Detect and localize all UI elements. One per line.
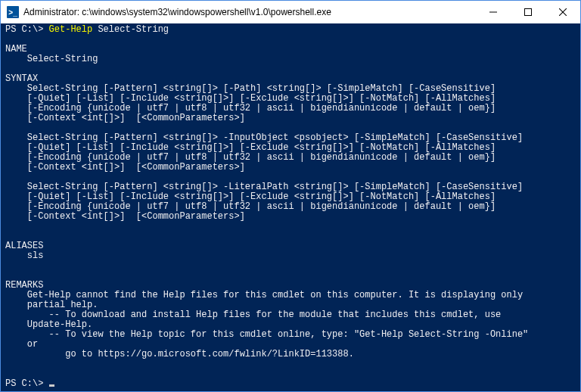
name-value: Select-String [5,54,98,64]
remarks-line: Get-Help cannot find the Help files for … [5,290,523,300]
syntax-line: [-Quiet] [-List] [-Include <string[]>] [… [5,93,496,104]
command-arg: Select-String [92,24,169,35]
command-name: Get-Help [49,24,93,35]
syntax-line: Select-String [-Pattern] <string[]> -Lit… [5,182,523,192]
remarks-line: Update-Help. [5,319,92,330]
syntax-line: [-Context <int[]>] [<CommonParameters>] [5,211,245,222]
remarks-line: -- To download and install Help files fo… [5,310,501,320]
close-icon [559,8,567,16]
titlebar[interactable]: >_ Administrator: c:\windows\system32\wi… [1,1,580,23]
syntax-line: [-Quiet] [-List] [-Include <string[]>] [… [5,142,496,153]
syntax-line: Select-String [-Pattern] <string[]> -Inp… [5,132,523,143]
syntax-line: [-Context <int[]>] [<CommonParameters>] [5,113,245,123]
syntax-line: [-Quiet] [-List] [-Include <string[]>] [… [5,191,496,202]
syntax-line: Select-String [-Pattern] <string[]> [-Pa… [5,83,496,94]
maximize-icon [524,8,532,16]
minimize-button[interactable] [476,1,511,23]
syntax-line: [-Encoding {unicode | utf7 | utf8 | utf3… [5,152,496,163]
syntax-line: [-Context <int[]>] [<CommonParameters>] [5,162,245,173]
aliases-value: sls [5,250,43,261]
window-controls [476,1,580,23]
window-title: Administrator: c:\windows\system32\windo… [23,7,476,17]
maximize-button[interactable] [511,1,545,23]
section-header-remarks: REMARKS [5,280,43,291]
syntax-line: [-Encoding {unicode | utf7 | utf8 | utf3… [5,201,496,212]
app-icon: >_ [7,6,19,18]
cursor [49,384,54,387]
prompt-prefix: PS C:\> [5,378,49,389]
syntax-line: [-Encoding {unicode | utf7 | utf8 | utf3… [5,103,496,114]
minimize-icon [489,8,497,16]
section-header-name: NAME [5,44,27,54]
prompt-prefix: PS C:\> [5,24,49,35]
section-header-aliases: ALIASES [5,241,43,251]
terminal-area[interactable]: PS C:\> Get-Help Select-String NAME Sele… [1,23,580,391]
remarks-line: -- To view the Help topic for this cmdle… [5,329,528,340]
remarks-line: partial help. [5,300,98,310]
close-button[interactable] [545,1,580,23]
svg-rect-1 [525,9,532,16]
remarks-line: or [5,339,38,350]
remarks-line: go to https://go.microsoft.com/fwlink/?L… [5,349,354,359]
powershell-window: >_ Administrator: c:\windows\system32\wi… [0,0,581,392]
section-header-syntax: SYNTAX [5,73,38,84]
